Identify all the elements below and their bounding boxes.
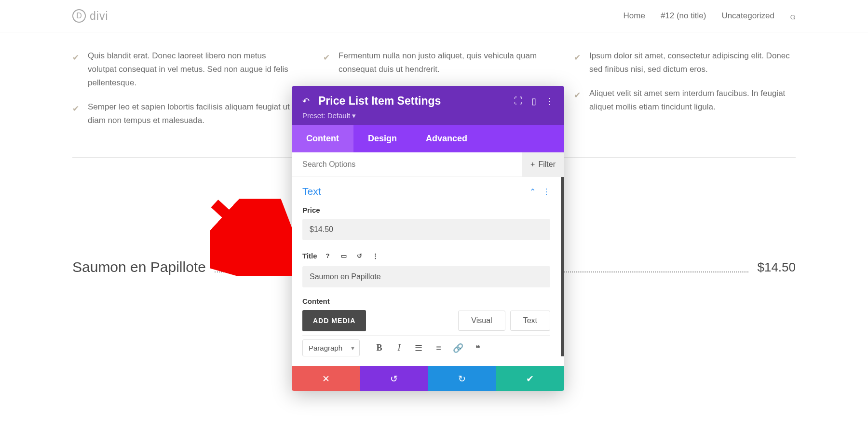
check-icon: ✔: [72, 51, 79, 90]
list-item: ✔Fermentum nulla non justo aliquet, quis…: [323, 49, 545, 76]
numbered-list-button[interactable]: ≡: [430, 340, 447, 356]
panel-body: Text ⌃ ⋮ Price Title ? ▭ ↺ ⋮: [292, 177, 564, 356]
plus-icon: +: [530, 160, 535, 169]
site-logo[interactable]: D divi: [72, 9, 108, 23]
nav-link-12[interactable]: #12 (no title): [661, 11, 706, 21]
reset-icon[interactable]: ↺: [354, 250, 366, 261]
snap-icon[interactable]: ▯: [531, 96, 536, 107]
editor-tab-text[interactable]: Text: [510, 311, 550, 331]
tab-design[interactable]: Design: [353, 125, 411, 152]
section-header[interactable]: Text ⌃ ⋮: [302, 186, 550, 197]
price-item-title: Saumon en Papillote: [72, 259, 206, 275]
list-text: Semper leo et sapien lobortis facilisis …: [88, 100, 294, 127]
list-item: ✔Quis blandit erat. Donec laoreet libero…: [72, 49, 294, 90]
panel-title: Price List Item Settings: [318, 95, 505, 108]
check-icon: ✔: [72, 102, 79, 127]
list-item: ✔Ipsum dolor sit amet, consectetur adipi…: [574, 49, 796, 76]
panel-footer: ✕ ↺ ↻ ✔: [292, 366, 564, 391]
title-input[interactable]: [302, 266, 550, 287]
list-text: Quis blandit erat. Donec laoreet libero …: [88, 49, 294, 90]
chevron-up-icon[interactable]: ⌃: [529, 187, 536, 196]
bold-button[interactable]: B: [371, 340, 388, 356]
add-media-button[interactable]: ADD MEDIA: [302, 310, 366, 331]
expand-icon[interactable]: ⛶: [514, 96, 523, 106]
title-field: Title ? ▭ ↺ ⋮: [302, 250, 550, 287]
annotation-arrow: [210, 199, 292, 276]
price-field: Price: [302, 206, 550, 240]
section-more-icon[interactable]: ⋮: [542, 187, 550, 196]
search-options-input[interactable]: [302, 153, 522, 176]
editor-tab-visual[interactable]: Visual: [458, 311, 505, 331]
filter-label: Filter: [538, 160, 556, 169]
list-text: Ipsum dolor sit amet, consectetur adipis…: [589, 49, 796, 76]
section-title: Text: [302, 186, 529, 197]
check-icon: ✔: [574, 89, 581, 114]
main-nav: Home #12 (no title) Uncategorized ⌕: [624, 11, 796, 22]
more-icon[interactable]: ⋮: [545, 96, 554, 107]
price-item-amount: $14.50: [757, 260, 796, 275]
price-label: Price: [302, 206, 550, 214]
link-button[interactable]: 🔗: [450, 340, 467, 356]
editor-toolbar: Paragraph ▼ B I ☰ ≡ 🔗 ❝: [302, 335, 550, 356]
column-3: ✔Ipsum dolor sit amet, consectetur adipi…: [574, 49, 796, 138]
check-icon: ✔: [574, 51, 581, 76]
chevron-down-icon: ▼: [350, 345, 355, 351]
redo-button[interactable]: ↻: [428, 366, 496, 391]
back-icon[interactable]: ↶: [302, 96, 310, 107]
list-item: ✔Aliquet velit sit amet sem interdum fau…: [574, 87, 796, 114]
nav-link-uncategorized[interactable]: Uncategorized: [721, 11, 774, 21]
list-text: Fermentum nulla non justo aliquet, quis …: [339, 49, 545, 76]
column-1: ✔Quis blandit erat. Donec laoreet libero…: [72, 49, 294, 138]
content-field: Content ADD MEDIA Visual Text Paragraph …: [302, 297, 550, 356]
check-icon: ✔: [323, 51, 330, 76]
panel-tabs: Content Design Advanced: [292, 125, 564, 152]
close-button[interactable]: ✕: [292, 366, 360, 391]
logo-text: divi: [90, 10, 108, 23]
italic-button[interactable]: I: [391, 340, 407, 356]
undo-button[interactable]: ↺: [360, 366, 428, 391]
save-button[interactable]: ✔: [496, 366, 564, 391]
nav-link-home[interactable]: Home: [624, 11, 645, 21]
scrollbar[interactable]: [561, 177, 564, 356]
search-icon[interactable]: ⌕: [790, 11, 796, 22]
tab-content[interactable]: Content: [292, 125, 353, 152]
logo-icon: D: [72, 9, 86, 23]
svg-line-0: [215, 203, 272, 257]
help-icon[interactable]: ?: [322, 250, 334, 261]
quote-button[interactable]: ❝: [470, 340, 487, 356]
field-more-icon[interactable]: ⋮: [370, 250, 381, 261]
list-item: ✔Semper leo et sapien lobortis facilisis…: [72, 100, 294, 127]
content-label: Content: [302, 297, 550, 305]
list-text: Aliquet velit sit amet sem interdum fauc…: [589, 87, 796, 114]
preset-selector[interactable]: Preset: Default ▾: [302, 111, 554, 120]
site-header: D divi Home #12 (no title) Uncategorized…: [0, 0, 868, 32]
title-label: Title: [302, 252, 317, 260]
price-input[interactable]: [302, 219, 550, 240]
filter-button[interactable]: +Filter: [522, 152, 564, 176]
bullet-list-button[interactable]: ☰: [410, 340, 427, 356]
settings-panel: ↶ Price List Item Settings ⛶ ▯ ⋮ Preset:…: [292, 86, 564, 391]
tab-advanced[interactable]: Advanced: [411, 125, 482, 152]
panel-search-row: +Filter: [292, 152, 564, 177]
responsive-icon[interactable]: ▭: [338, 250, 350, 261]
panel-header[interactable]: ↶ Price List Item Settings ⛶ ▯ ⋮ Preset:…: [292, 86, 564, 125]
